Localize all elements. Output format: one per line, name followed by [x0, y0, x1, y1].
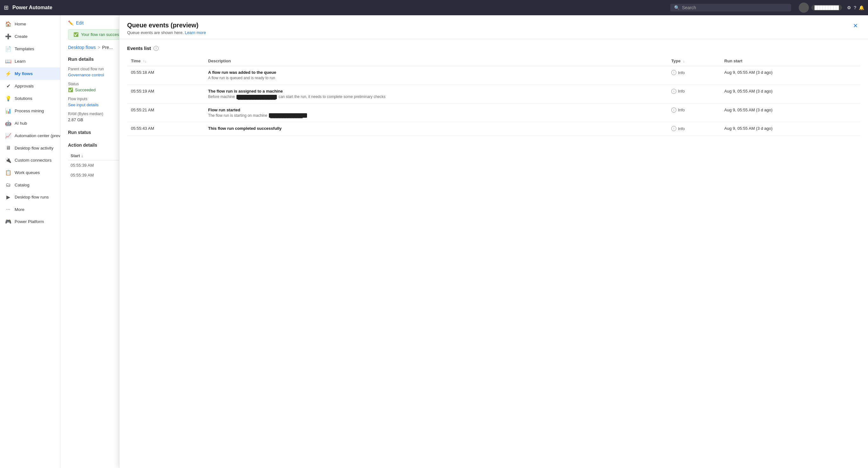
home-icon: 🏠	[5, 21, 11, 27]
event-time-2: 05:55:19 AM	[127, 85, 205, 104]
search-input[interactable]	[682, 5, 787, 10]
power-platform-icon: 🎮	[5, 218, 11, 225]
templates-icon: 📄	[5, 46, 11, 52]
sort-icon-time[interactable]: ↑↓	[143, 59, 147, 63]
overlay-title: Queue events (preview)	[127, 22, 206, 29]
edit-label[interactable]: Edit	[76, 20, 84, 25]
overlay-close-button[interactable]: ✕	[850, 22, 860, 30]
work-queues-icon: 📋	[5, 170, 11, 176]
sidebar-item-custom-connectors[interactable]: 🔌 Custom connectors	[0, 154, 60, 166]
event-run-start-1: Aug 9, 05:55 AM (3 d ago)	[720, 66, 860, 85]
table-row: 05:55:43 AM This flow run completed succ…	[127, 122, 860, 136]
sidebar-item-label: Desktop flow activity	[14, 146, 53, 150]
sidebar-item-create[interactable]: ➕ Create	[0, 30, 60, 42]
breadcrumb-separator: >	[98, 45, 100, 50]
event-run-start-4: Aug 9, 05:55 AM (3 d ago)	[720, 122, 860, 136]
desktop-flow-activity-icon: 🖥	[5, 145, 11, 151]
catalog-icon: 🗂	[5, 182, 11, 188]
search-bar[interactable]: 🔍	[670, 4, 791, 11]
sidebar-item-my-flows[interactable]: ⚡ My flows	[0, 67, 60, 80]
events-list-title: Events list	[127, 46, 151, 51]
sidebar-item-process-mining[interactable]: 📊 Process mining	[0, 105, 60, 117]
sidebar-item-label: Process mining	[14, 109, 44, 113]
col-description: Description	[205, 56, 668, 66]
learn-more-link[interactable]: Learn more	[185, 30, 206, 35]
sidebar-item-label: My flows	[14, 71, 33, 76]
sidebar-item-desktop-flow-activity[interactable]: 🖥 Desktop flow activity	[0, 142, 60, 154]
sidebar-item-power-platform[interactable]: 🎮 Power Platform	[0, 215, 60, 228]
success-icon: ✅	[73, 32, 79, 37]
info-badge-icon-2: i	[671, 89, 676, 94]
info-badge-icon-4: i	[671, 126, 676, 131]
sidebar-item-catalog[interactable]: 🗂 Catalog	[0, 179, 60, 191]
table-row: 05:55:21 AM Flow run started The flow ru…	[127, 104, 860, 122]
overlay-body: Events list i Time ↑↓ Description	[120, 39, 868, 468]
learn-icon: 📖	[5, 58, 11, 64]
events-list-header: Events list i	[127, 46, 860, 51]
event-type-1: i Info	[668, 66, 720, 85]
sidebar-item-approvals[interactable]: ✔ Approvals	[0, 80, 60, 92]
edit-icon: ✏️	[68, 20, 73, 25]
topbar: ⊞ Power Automate 🔍 █████████ ⚙ ? 🔔	[0, 0, 868, 15]
breadcrumb-current: Pre...	[102, 45, 113, 50]
solutions-icon: 💡	[5, 95, 11, 101]
col-type[interactable]: Type ↓	[668, 56, 720, 66]
sidebar-item-label: Solutions	[14, 96, 32, 101]
overlay-panel: Queue events (preview) Queue events are …	[119, 15, 868, 468]
more-icon: ···	[5, 206, 11, 212]
help-icon[interactable]: ?	[854, 5, 856, 10]
sidebar-item-label: Power Platform	[14, 219, 44, 224]
sidebar-item-label: Learn	[14, 59, 26, 64]
event-desc-1: A flow run was added to the queue A flow…	[205, 66, 668, 85]
info-badge-icon-3: i	[671, 108, 676, 113]
grid-icon[interactable]: ⊞	[4, 4, 8, 11]
table-row: 05:55:19 AM The flow run is assigned to …	[127, 85, 860, 104]
sidebar-item-label: More	[14, 207, 25, 212]
app-logo: Power Automate	[12, 5, 53, 10]
my-flows-icon: ⚡	[5, 70, 11, 77]
sidebar-item-more[interactable]: ··· More	[0, 203, 60, 215]
redacted-machine-name-2: ██████████████	[237, 95, 277, 99]
status-icon: ✅	[68, 87, 73, 92]
table-header-row: Time ↑↓ Description Type ↓ Run	[127, 56, 860, 66]
breadcrumb-desktop-flows[interactable]: Desktop flows	[68, 45, 96, 50]
event-desc-3: Flow run started The flow run is startin…	[205, 104, 668, 122]
event-run-start-2: Aug 9, 05:55 AM (3 d ago)	[720, 85, 860, 104]
sidebar-item-label: Catalog	[14, 183, 30, 187]
events-info-icon: i	[154, 46, 159, 51]
event-desc-4: This flow run completed successfully	[205, 122, 668, 136]
sidebar-item-label: Templates	[14, 47, 34, 51]
event-run-start-3: Aug 9, 05:55 AM (3 d ago)	[720, 104, 860, 122]
sidebar-item-solutions[interactable]: 💡 Solutions	[0, 92, 60, 105]
sidebar-item-label: Home	[14, 22, 26, 26]
col-time[interactable]: Time ↑↓	[127, 56, 205, 66]
user-name-pill: █████████	[811, 5, 842, 10]
event-type-4: i Info	[668, 122, 720, 136]
desktop-flow-runs-icon: ▶	[5, 194, 11, 200]
col-run-start: Run start	[720, 56, 860, 66]
sidebar-item-home[interactable]: 🏠 Home	[0, 18, 60, 30]
sidebar-item-label: Work queues	[14, 170, 40, 175]
events-table: Time ↑↓ Description Type ↓ Run	[127, 56, 860, 136]
event-type-3: i Info	[668, 104, 720, 122]
table-row: 05:55:18 AM A flow run was added to the …	[127, 66, 860, 85]
overlay-header: Queue events (preview) Queue events are …	[120, 15, 868, 39]
settings-icon[interactable]: ⚙	[847, 5, 851, 10]
event-type-2: i Info	[668, 85, 720, 104]
sidebar-item-automation-center[interactable]: 📈 Automation center (previe...	[0, 129, 60, 142]
sidebar-item-desktop-flow-runs[interactable]: ▶ Desktop flow runs	[0, 191, 60, 203]
ai-hub-icon: 🤖	[5, 120, 11, 126]
automation-center-icon: 📈	[5, 133, 11, 139]
sidebar-item-templates[interactable]: 📄 Templates	[0, 42, 60, 55]
sidebar-item-label: Automation center (previe...	[14, 133, 60, 138]
sort-icon-type[interactable]: ↓	[683, 59, 685, 63]
sidebar-item-work-queues[interactable]: 📋 Work queues	[0, 166, 60, 179]
sidebar-item-ai-hub[interactable]: 🤖 AI hub	[0, 117, 60, 129]
event-time-4: 05:55:43 AM	[127, 122, 205, 136]
avatar[interactable]	[799, 3, 809, 13]
notifications-icon[interactable]: 🔔	[859, 5, 864, 10]
event-time-1: 05:55:18 AM	[127, 66, 205, 85]
sidebar-item-learn[interactable]: 📖 Learn	[0, 55, 60, 67]
overlay-subtitle: Queue events are shown here. Learn more	[127, 30, 206, 35]
approvals-icon: ✔	[5, 83, 11, 89]
